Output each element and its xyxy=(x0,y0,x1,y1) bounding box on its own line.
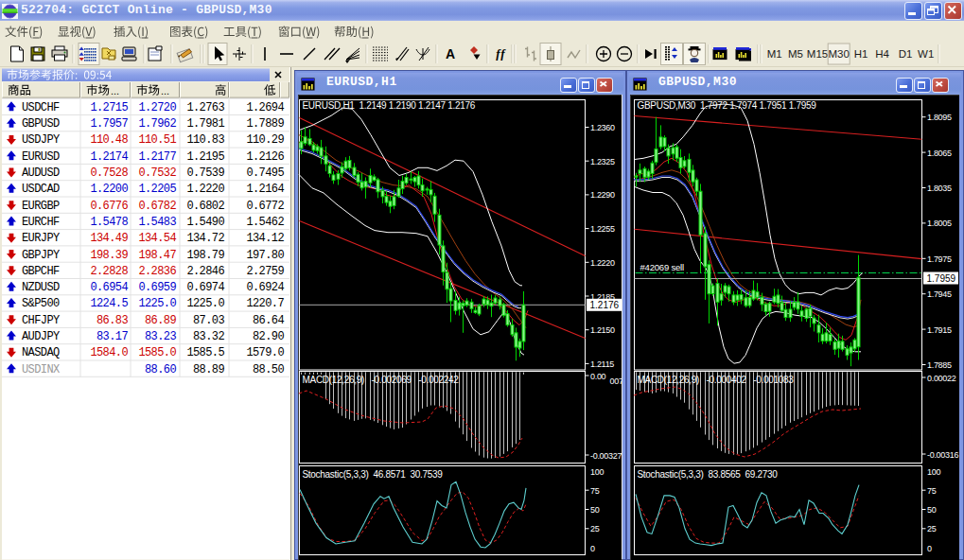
svg-text:82.90: 82.90 xyxy=(253,330,284,343)
svg-text:88.89: 88.89 xyxy=(193,363,224,376)
svg-text:USDJPY: USDJPY xyxy=(22,133,60,147)
svg-text:1579.0: 1579.0 xyxy=(246,346,284,359)
svg-text:134.49: 134.49 xyxy=(90,232,128,245)
svg-text:0.00: 0.00 xyxy=(590,372,606,381)
svg-text:0.7532: 0.7532 xyxy=(138,166,176,180)
svg-text:1.8095: 1.8095 xyxy=(927,113,952,122)
svg-text:1.8065: 1.8065 xyxy=(927,149,952,158)
svg-text:1.5462: 1.5462 xyxy=(246,216,284,229)
svg-text:1220.7: 1220.7 xyxy=(246,297,284,310)
svg-text:1.7957: 1.7957 xyxy=(90,117,128,131)
svg-text:198.47: 198.47 xyxy=(138,249,176,262)
svg-text:H4: H4 xyxy=(875,48,889,60)
svg-text:88.60: 88.60 xyxy=(145,363,176,376)
svg-text:86.64: 86.64 xyxy=(253,314,284,327)
svg-text:1.5483: 1.5483 xyxy=(138,216,176,229)
svg-text:1.7915: 1.7915 xyxy=(927,325,952,335)
svg-text:86.83: 86.83 xyxy=(96,314,128,327)
svg-text:EURJPY: EURJPY xyxy=(22,232,60,245)
svg-text:1585.0: 1585.0 xyxy=(138,346,176,359)
svg-text:AUDUSD: AUDUSD xyxy=(22,166,60,180)
svg-text:2.2828: 2.2828 xyxy=(90,265,128,278)
svg-text:1225.0: 1225.0 xyxy=(186,297,224,310)
svg-text:0: 0 xyxy=(927,544,932,553)
svg-text:W1: W1 xyxy=(918,48,934,60)
svg-text:USDCHF: USDCHF xyxy=(22,101,60,114)
svg-text:1.2255: 1.2255 xyxy=(590,224,615,234)
svg-text:CHFJPY: CHFJPY xyxy=(22,314,60,327)
svg-text:NZDUSD: NZDUSD xyxy=(22,281,60,294)
svg-text:-0.00316: -0.00316 xyxy=(927,450,958,460)
svg-text:1.2715: 1.2715 xyxy=(90,101,128,114)
svg-text:007: 007 xyxy=(610,376,623,386)
svg-text:M30: M30 xyxy=(829,48,850,60)
svg-text:1.2220: 1.2220 xyxy=(186,183,224,196)
svg-text:2.2836: 2.2836 xyxy=(138,265,176,278)
svg-text:1.2694: 1.2694 xyxy=(246,101,284,114)
svg-text:197.80: 197.80 xyxy=(246,249,284,262)
svg-text:0.6954: 0.6954 xyxy=(90,281,128,294)
svg-text:2.2846: 2.2846 xyxy=(186,265,224,278)
svg-text:1.2174: 1.2174 xyxy=(90,150,128,164)
svg-text:0: 0 xyxy=(590,544,595,553)
svg-text:GBPUSD,M30 1.7972 1.7974 1.79: GBPUSD,M30 1.7972 1.7974 1.7951 1.7959 xyxy=(638,100,817,111)
svg-text:0.6974: 0.6974 xyxy=(186,281,224,294)
svg-text:50: 50 xyxy=(927,505,937,515)
svg-text:83.17: 83.17 xyxy=(96,330,128,343)
svg-text:1.2290: 1.2290 xyxy=(590,190,615,200)
svg-text:0.6959: 0.6959 xyxy=(138,281,176,294)
svg-text:S&P500: S&P500 xyxy=(22,297,60,310)
svg-text:M5: M5 xyxy=(788,48,803,60)
svg-text:1.2220: 1.2220 xyxy=(590,258,615,268)
svg-text:A: A xyxy=(446,46,455,61)
svg-text:EURGBP: EURGBP xyxy=(22,200,60,213)
svg-text:0.7528: 0.7528 xyxy=(90,166,128,180)
svg-text:Stochastic(5,3,3) 46.8571 30: Stochastic(5,3,3) 46.8571 30.7539 xyxy=(303,469,444,480)
svg-text:1585.5: 1585.5 xyxy=(186,346,224,359)
svg-text:EURCHF: EURCHF xyxy=(22,216,60,229)
svg-text:1.5490: 1.5490 xyxy=(186,216,224,229)
svg-text:1.2200: 1.2200 xyxy=(90,183,128,196)
svg-text:110.51: 110.51 xyxy=(138,133,176,147)
svg-text:GBPCHF: GBPCHF xyxy=(22,265,60,278)
svg-text:1.2325: 1.2325 xyxy=(590,157,615,166)
svg-text:1.2763: 1.2763 xyxy=(186,101,224,114)
svg-text:1.7962: 1.7962 xyxy=(138,117,176,131)
svg-text:1.7889: 1.7889 xyxy=(246,117,284,131)
svg-text:USDCAD: USDCAD xyxy=(22,183,60,196)
svg-text:EURUSD: EURUSD xyxy=(22,150,60,164)
svg-text:1.2360: 1.2360 xyxy=(590,123,615,132)
svg-text:1.2164: 1.2164 xyxy=(246,183,284,196)
svg-text:1.2205: 1.2205 xyxy=(138,183,176,196)
svg-text:110.83: 110.83 xyxy=(186,133,224,147)
svg-text:M15: M15 xyxy=(807,48,828,60)
svg-text:1.8035: 1.8035 xyxy=(927,184,952,193)
svg-text:134.72: 134.72 xyxy=(186,232,224,245)
svg-text:0.00022: 0.00022 xyxy=(927,374,956,383)
svg-text:EURUSD,H1 1.2149 1.2190 1.214: EURUSD,H1 1.2149 1.2190 1.2147 1.2176 xyxy=(303,100,476,111)
svg-text:83.32: 83.32 xyxy=(193,330,224,343)
svg-text:100: 100 xyxy=(927,467,940,477)
svg-text:0.6924: 0.6924 xyxy=(246,281,284,294)
svg-text:1.2720: 1.2720 xyxy=(138,101,176,114)
svg-text:MACD(12,26,9) -0.000402 -0: MACD(12,26,9) -0.000402 -0.001083 xyxy=(638,375,795,385)
svg-text:1.2177: 1.2177 xyxy=(138,150,176,164)
svg-text:2.2759: 2.2759 xyxy=(246,265,284,278)
svg-text:0.6772: 0.6772 xyxy=(246,200,284,213)
svg-text:198.39: 198.39 xyxy=(90,249,128,262)
svg-text:1.7959: 1.7959 xyxy=(927,273,956,284)
svg-text:86.89: 86.89 xyxy=(145,314,176,327)
svg-text:100: 100 xyxy=(590,467,604,477)
svg-text:GBPJPY: GBPJPY xyxy=(22,249,60,262)
svg-text:GBPUSD: GBPUSD xyxy=(22,117,60,131)
svg-text:Stochastic(5,3,3) 83.8565 69: Stochastic(5,3,3) 83.8565 69.2730 xyxy=(638,469,779,480)
svg-text:1.7981: 1.7981 xyxy=(186,117,224,131)
svg-text:USDINX: USDINX xyxy=(22,363,60,376)
svg-text:1225.0: 1225.0 xyxy=(138,297,176,310)
svg-text:M1: M1 xyxy=(767,48,782,60)
svg-text:H1: H1 xyxy=(854,48,868,60)
svg-text:0.7539: 0.7539 xyxy=(186,166,224,180)
svg-text:NASDAQ: NASDAQ xyxy=(22,346,60,359)
svg-text:#42069 sell: #42069 sell xyxy=(640,262,684,272)
svg-text:1.2115: 1.2115 xyxy=(590,359,614,369)
